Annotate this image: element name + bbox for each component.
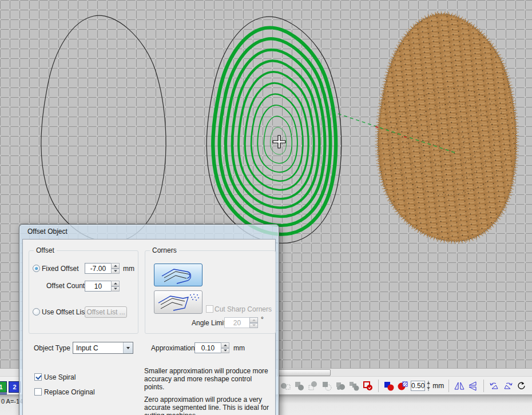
fixed-offset-label: Fixed Offset [42,265,78,273]
cut-sharp-corners-checkbox[interactable] [206,305,213,313]
spinner-down-icon[interactable] [111,286,120,292]
approximation-unit: mm [233,344,245,352]
fixed-offset-radio[interactable] [33,265,40,272]
spinner-down-icon[interactable] [111,269,120,274]
offset-object-dialog[interactable]: Offset Object Offset Fixed Offset -7.00 … [19,224,279,415]
stitch-spacing-stepper[interactable] [428,381,429,391]
stitch-spacing-unit: mm [432,382,444,390]
angle-limit-spinner[interactable]: 20 [224,317,258,328]
object-type-label: Object Type [34,344,70,352]
outline-shape[interactable] [41,15,166,242]
stitch-spacing-input[interactable]: 0.50 [411,381,425,391]
spinner-up-icon[interactable] [111,281,120,286]
angle-limit-unit: ° [261,316,264,324]
chevron-down-icon[interactable] [123,342,133,353]
weld-disabled-icon [280,381,291,391]
rounded-corners-icon [158,266,198,284]
corners-group-label: Corners [150,246,179,254]
dialog-title: Offset Object [27,225,68,239]
offset-spiral-shape[interactable] [207,17,342,243]
merge-disabled-icon [335,381,346,391]
approximation-info-text-1: Smaller approximation will produce more … [144,367,273,391]
offset-count-label: Offset Count [46,282,85,290]
approximation-info-text-2: Zero approximation will produce a very a… [144,396,273,415]
toolbar-separator [448,380,449,392]
cut-sharp-corners-label: Cut Sharp Corners [215,305,272,313]
crosshair-cursor [273,135,285,148]
horizontal-scrollbar-thumb[interactable] [277,369,331,376]
color-object-icon[interactable] [383,381,395,391]
trim-disabled-icon [293,381,305,391]
pattern-object-icon[interactable] [397,381,408,391]
rotate-ccw-icon[interactable] [489,381,500,391]
offset-list-button[interactable]: Offset List ... [85,306,127,318]
rotate-free-icon[interactable] [516,381,527,391]
toolbar-separator [483,380,484,392]
thread-color-chip-1[interactable]: 1 [0,381,7,393]
stepper-up-icon[interactable] [428,381,429,386]
sharp-corners-icon [156,293,201,312]
stepper-down-icon[interactable] [428,386,429,391]
spinner-down-icon[interactable] [249,323,258,329]
offset-group: Offset [29,250,138,334]
spinner-up-icon[interactable] [221,342,229,348]
sharp-corners-button[interactable] [154,290,203,314]
flip-vertical-icon[interactable] [467,381,479,391]
replace-original-label: Replace Original [44,388,95,396]
spinner-up-icon[interactable] [249,317,258,323]
offset-count-spinner[interactable]: 10 [85,281,120,292]
spinner-up-icon[interactable] [111,263,120,269]
fixed-offset-spinner[interactable]: -7.00 [85,263,120,274]
rounded-corners-button[interactable] [154,264,203,286]
fragment-disabled-icon [348,381,360,391]
use-offset-list-radio[interactable] [33,308,40,316]
use-spiral-checkbox[interactable] [34,373,42,381]
spinner-down-icon[interactable] [221,348,229,354]
flip-horizontal-icon[interactable] [454,381,465,391]
rotate-cw-icon[interactable] [502,381,514,391]
intersect-disabled-icon [307,381,319,391]
fixed-offset-unit: mm [123,265,134,273]
toolbar-separator [378,380,379,392]
use-spiral-label: Use Spiral [44,373,76,381]
offset-group-label: Offset [34,246,57,254]
angle-limit-label: Angle Limit [192,319,225,327]
use-offset-list-label: Use Offset List [42,308,86,316]
approximation-label: Approximation [151,344,195,352]
remove-overlaps-icon[interactable] [362,381,374,391]
approximation-spinner[interactable]: 0.10 [194,342,229,353]
exclude-disabled-icon [321,381,332,391]
replace-original-checkbox[interactable] [34,388,42,396]
object-type-combobox[interactable]: Input C [73,342,133,354]
stitched-shape[interactable] [378,14,521,241]
